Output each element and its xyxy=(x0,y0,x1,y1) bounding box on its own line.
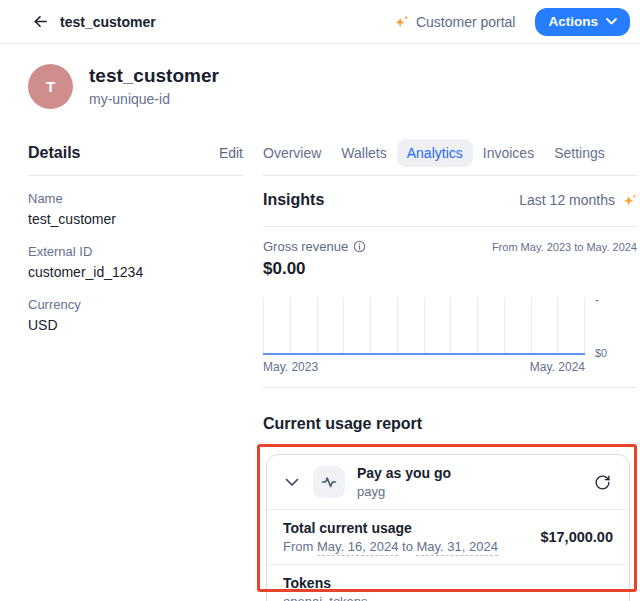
y-axis-top-label: - xyxy=(595,293,599,307)
tab-overview[interactable]: Overview xyxy=(253,139,331,167)
tab-invoices[interactable]: Invoices xyxy=(473,139,544,167)
customer-portal-label: Customer portal xyxy=(416,14,516,30)
tab-bar: Overview Wallets Analytics Invoices Sett… xyxy=(253,138,637,168)
insights-divider xyxy=(263,226,637,227)
gross-revenue-label: Gross revenue xyxy=(263,239,348,254)
insights-header: Insights Last 12 months xyxy=(263,189,637,211)
period-to-date[interactable]: May. 31, 2024 xyxy=(416,539,497,556)
usage-period: From May. 16, 2024 to May. 31, 2024 xyxy=(283,538,498,555)
field-label: External ID xyxy=(28,244,243,260)
main-panel: Overview Wallets Analytics Invoices Sett… xyxy=(263,138,637,433)
detail-field-name: Name test_customer xyxy=(28,191,243,229)
activity-pulse-icon xyxy=(321,474,337,490)
tab-analytics[interactable]: Analytics xyxy=(397,139,473,167)
usage-item-name: Tokens xyxy=(283,574,368,592)
chart-zero-line xyxy=(263,353,585,355)
edit-details-button[interactable]: Edit xyxy=(219,145,243,161)
usage-plan-card: Pay as you go payg Total current usage F… xyxy=(266,454,630,601)
tab-settings[interactable]: Settings xyxy=(544,139,615,167)
details-divider xyxy=(28,175,243,176)
plan-code: payg xyxy=(357,483,451,500)
info-icon[interactable] xyxy=(353,240,366,253)
usage-item-code: openai_tokens xyxy=(283,593,368,601)
customer-header: T test_customer my-unique-id xyxy=(28,64,219,109)
chevron-down-icon xyxy=(285,478,299,487)
field-value: test_customer xyxy=(28,210,243,229)
plan-icon-box xyxy=(313,466,345,498)
refresh-usage-button[interactable] xyxy=(592,472,613,493)
sparkle-icon xyxy=(393,15,409,29)
insights-title: Insights xyxy=(263,191,324,209)
collapse-toggle-button[interactable] xyxy=(283,476,301,489)
period-from-date[interactable]: May. 16, 2024 xyxy=(317,539,398,556)
topbar-actions: Customer portal Actions xyxy=(385,8,630,36)
plan-title-group: Pay as you go payg xyxy=(357,464,451,500)
field-label: Name xyxy=(28,191,243,207)
plan-header-row: Pay as you go payg xyxy=(267,455,629,509)
period-prefix: From xyxy=(283,539,313,554)
total-usage-text: Total current usage From May. 16, 2024 t… xyxy=(283,519,498,555)
chart-gridlines xyxy=(263,298,585,355)
period-label: Last 12 months xyxy=(519,192,615,208)
field-value: USD xyxy=(28,316,243,335)
actions-label: Actions xyxy=(548,14,598,29)
period-selector[interactable]: Last 12 months xyxy=(519,192,637,208)
avatar: T xyxy=(28,64,73,109)
detail-field-external-id: External ID customer_id_1234 xyxy=(28,244,243,282)
customer-portal-button[interactable]: Customer portal xyxy=(385,10,524,34)
customer-identity: test_customer my-unique-id xyxy=(89,64,219,109)
details-panel: Details Edit Name test_customer External… xyxy=(28,138,243,335)
total-usage-amount: $17,000.00 xyxy=(540,529,613,545)
chart-divider xyxy=(263,387,637,388)
total-usage-row: Total current usage From May. 16, 2024 t… xyxy=(267,510,629,564)
details-header: Details Edit xyxy=(28,138,243,168)
top-bar: test_customer Customer portal Actions xyxy=(0,0,640,44)
tab-wallets[interactable]: Wallets xyxy=(331,139,396,167)
usage-item-text: Tokens openai_tokens xyxy=(283,574,368,601)
customer-external-id: my-unique-id xyxy=(89,90,219,109)
gross-revenue-value: $0.00 xyxy=(263,259,637,279)
detail-field-currency: Currency USD xyxy=(28,297,243,335)
period-connector: to xyxy=(402,539,413,554)
arrow-left-icon xyxy=(32,13,49,30)
customer-name: test_customer xyxy=(89,64,219,88)
field-value: customer_id_1234 xyxy=(28,263,243,282)
gross-revenue-header: Gross revenue From May. 2023 to May. 202… xyxy=(263,239,637,254)
gross-revenue-chart: - $0 xyxy=(263,298,637,355)
chevron-down-icon xyxy=(606,18,617,25)
x-axis-labels: May. 2023 May. 2024 xyxy=(263,360,585,374)
topbar-title: test_customer xyxy=(60,14,156,30)
tabs-divider xyxy=(263,175,637,176)
field-label: Currency xyxy=(28,297,243,313)
usage-item-row: Tokens openai_tokens xyxy=(267,565,629,601)
x-axis-start-label: May. 2023 xyxy=(263,360,318,374)
back-button[interactable] xyxy=(28,10,52,34)
x-axis-end-label: May. 2024 xyxy=(530,360,585,374)
details-title: Details xyxy=(28,144,80,162)
total-usage-label: Total current usage xyxy=(283,519,498,537)
refresh-icon xyxy=(594,474,611,491)
actions-button[interactable]: Actions xyxy=(535,8,630,36)
plan-name: Pay as you go xyxy=(357,464,451,482)
sparkle-icon xyxy=(622,194,637,207)
usage-report-title: Current usage report xyxy=(263,415,637,433)
y-axis-bottom-label: $0 xyxy=(595,347,607,359)
customer-detail-page: test_customer Customer portal Actions xyxy=(0,0,640,601)
gross-revenue-range: From May. 2023 to May. 2024 xyxy=(492,241,637,253)
gross-revenue-label-group: Gross revenue xyxy=(263,239,366,254)
